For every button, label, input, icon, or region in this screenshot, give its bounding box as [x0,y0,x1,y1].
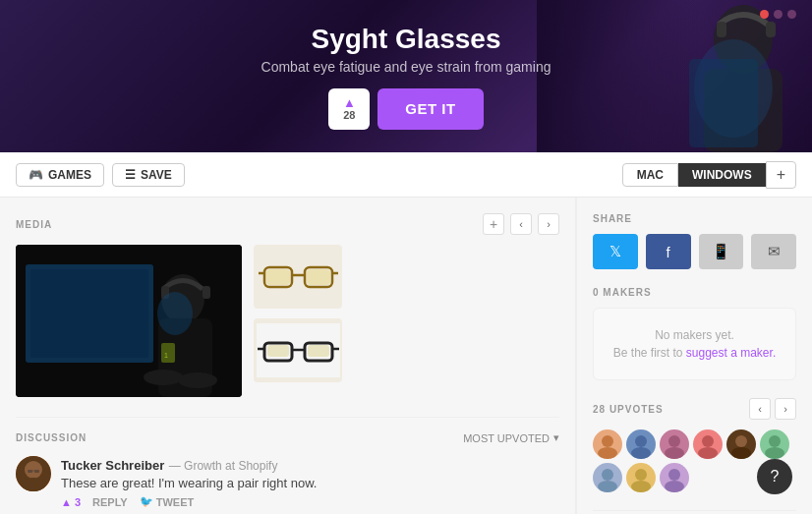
svg-text:1: 1 [164,352,168,359]
upvotes-prev-button[interactable]: ‹ [749,398,771,420]
suggest-maker-link[interactable]: suggest a maker. [686,346,776,360]
comment-upvote[interactable]: ▲ 3 [61,496,81,508]
comment-body: Tucker Schreiber — Growth at Shopify The… [61,456,317,508]
windows-button[interactable]: WINDOWS [678,163,766,187]
svg-point-66 [668,469,680,481]
svg-rect-9 [30,269,148,358]
svg-point-46 [631,447,651,459]
share-phone-button[interactable]: 📱 [699,234,744,269]
dot-dark-1 [774,10,783,19]
svg-rect-32 [308,345,329,357]
add-platform-button[interactable]: + [766,161,796,189]
product-subtitle: Combat eye fatigue and eye strain from g… [261,59,551,75]
share-buttons: 𝕏 f 📱 ✉ [593,234,796,269]
upvote-triangle-icon: ▲ [61,496,72,508]
svg-point-58 [765,447,784,459]
comment-item: Tucker Schreiber — Growth at Shopify The… [16,456,559,508]
glasses-svg-2 [257,323,340,377]
discussion-label: DISCUSSION [16,432,87,443]
upvotes-nav: ‹ › [749,398,796,420]
sort-label: MOST UPVOTED [463,432,550,444]
svg-rect-6 [537,0,812,152]
upvote-avatar-5 [726,429,756,459]
svg-point-48 [668,435,680,447]
media-label: MEDIA [16,219,52,230]
bookmark-icon: ☰ [125,168,136,182]
tweet-button[interactable]: 🐦 TWEET [140,495,195,508]
svg-rect-13 [203,286,210,299]
svg-point-57 [769,435,781,447]
discussion-header: DISCUSSION MOST UPVOTED ▾ [16,431,559,444]
discussion-section: DISCUSSION MOST UPVOTED ▾ [16,417,559,514]
upvote-avatar-6 [760,429,789,459]
media-prev-button[interactable]: ‹ [510,213,532,235]
svg-point-52 [698,447,718,459]
help-button[interactable]: ? [757,459,792,494]
media-next-button[interactable]: › [538,213,559,235]
get-it-button[interactable]: GEt It [377,88,483,130]
dot-dark-2 [787,10,796,19]
share-facebook-button[interactable]: f [646,234,691,269]
header-actions: ▲ 28 GEt It [328,88,483,130]
upvote-avatar-8 [626,463,656,492]
svg-point-36 [25,461,42,479]
upvote-avatar-4 [693,429,723,459]
dot-red [760,10,769,19]
svg-point-64 [631,481,651,492]
upvote-count: 28 [343,109,355,121]
toolbar: 🎮 GAMES ☰ SAVE MAC WINDOWS + [0,152,812,198]
commenter-role: — Growth at Shopify [169,459,278,473]
makers-box: No makers yet. Be the first to suggest a… [593,308,796,380]
media-grid: 1 [16,245,559,397]
save-label: SAVE [141,168,172,182]
media-actions: + ‹ › [483,213,559,235]
svg-rect-38 [28,470,32,473]
window-dots [760,10,796,19]
svg-point-42 [602,435,613,447]
svg-rect-39 [34,470,39,473]
glasses-svg-1 [257,250,340,304]
media-thumb-1[interactable] [254,245,342,309]
svg-point-67 [665,481,684,492]
svg-rect-21 [266,269,290,285]
svg-point-54 [735,435,747,447]
header: Syght Glasses Combat eye fatigue and eye… [0,0,812,152]
media-add-button[interactable]: + [483,213,504,235]
mac-button[interactable]: MAC [622,163,678,187]
share-label: SHARE [593,213,796,224]
games-button[interactable]: 🎮 GAMES [16,163,104,187]
svg-point-16 [178,372,217,388]
games-icon: 🎮 [29,168,43,182]
comment-upvote-count: 3 [75,496,81,508]
upvotes-next-button[interactable]: › [775,398,796,420]
upvotes-label: 28 UPVOTES [593,404,664,415]
facebook-icon: f [667,244,670,260]
svg-point-15 [144,370,183,385]
save-button[interactable]: ☰ SAVE [112,163,185,187]
makers-label: 0 MAKERS [593,287,796,298]
reply-button[interactable]: REPLY [92,496,128,508]
no-makers-text: No makers yet. [606,328,783,342]
toolbar-right: MAC WINDOWS + [622,161,796,189]
svg-point-45 [635,435,647,447]
email-icon: ✉ [768,243,781,260]
svg-rect-29 [267,345,289,357]
main-content: MEDIA + ‹ › [0,198,812,514]
svg-point-55 [731,447,751,459]
twitter-icon: 𝕏 [609,243,621,260]
upvote-button[interactable]: ▲ 28 [328,88,370,130]
upvote-avatar-9 [660,463,689,492]
upvote-avatar-1 [593,429,622,459]
commenter-avatar [16,456,51,491]
media-thumbnails [254,245,342,397]
commenter-name: Tucker Schreiber [61,458,164,473]
main-image-svg: 1 [16,245,242,397]
media-thumb-2[interactable] [254,318,342,382]
upvote-avatar-3 [660,429,689,459]
twitter-small-icon: 🐦 [140,495,153,508]
svg-point-60 [602,469,613,481]
share-twitter-button[interactable]: 𝕏 [593,234,638,269]
share-email-button[interactable]: ✉ [751,234,796,269]
sort-select[interactable]: MOST UPVOTED ▾ [463,431,559,444]
svg-point-49 [665,447,684,459]
